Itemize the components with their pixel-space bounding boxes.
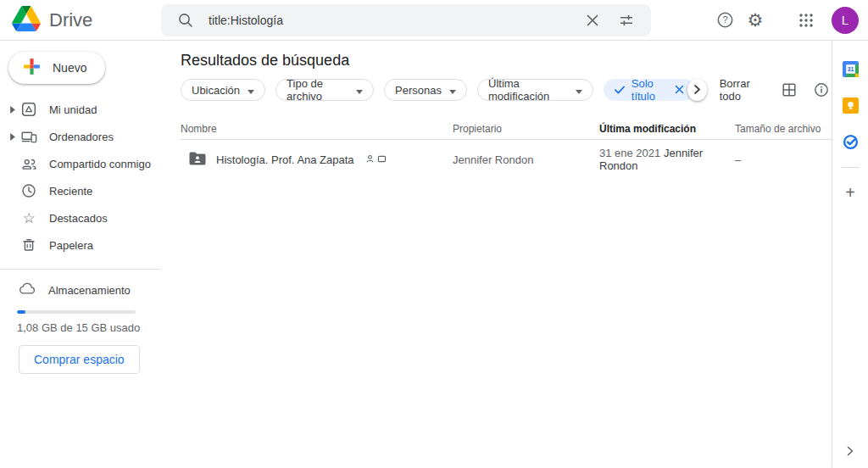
clear-search-icon[interactable] bbox=[580, 8, 605, 33]
column-header-name[interactable]: Nombre bbox=[181, 123, 453, 135]
storage-label: Almacenamiento bbox=[48, 284, 131, 297]
info-icon[interactable] bbox=[811, 78, 832, 102]
top-bar-actions: ? ⚙ L bbox=[709, 5, 868, 36]
file-name: Histología. Prof. Ana Zapata bbox=[216, 153, 354, 166]
shared-folder-icon bbox=[188, 150, 207, 170]
page-title: Resultados de búsqueda bbox=[181, 52, 832, 70]
search-options-icon[interactable] bbox=[614, 8, 639, 33]
help-icon[interactable]: ? bbox=[709, 5, 740, 36]
left-sidebar: Nuevo Mi unidad bbox=[0, 41, 161, 467]
google-drive-window: Drive ? bbox=[0, 0, 868, 468]
new-button[interactable]: Nuevo bbox=[8, 52, 105, 84]
add-addon-icon[interactable]: + bbox=[845, 184, 855, 201]
shared-indicator-icon bbox=[365, 153, 375, 166]
filter-chip-file-type[interactable]: Tipo de archivo bbox=[275, 79, 374, 101]
google-calendar-icon[interactable]: 31 bbox=[842, 60, 859, 77]
storage-usage-text: 1,08 GB de 15 GB usado bbox=[17, 321, 161, 334]
column-header-owner[interactable]: Propietario bbox=[453, 123, 599, 135]
storage-progress-fill bbox=[17, 310, 25, 314]
google-keep-icon[interactable] bbox=[842, 97, 859, 114]
sidebar-item-trash[interactable]: Papelera bbox=[0, 231, 161, 259]
search-icon[interactable] bbox=[173, 8, 198, 33]
starred-star-icon: ☆ bbox=[19, 211, 39, 226]
filter-chip-last-modified[interactable]: Última modificación bbox=[477, 79, 593, 101]
column-header-size[interactable]: Tamaño de archivo bbox=[735, 123, 826, 135]
sidebar-item-shared-with-me[interactable]: Compartido conmigo bbox=[0, 150, 161, 177]
account-avatar[interactable]: L bbox=[832, 7, 859, 34]
search-input[interactable] bbox=[209, 14, 576, 27]
buy-storage-button[interactable]: Comprar espacio bbox=[19, 345, 140, 374]
file-size: – bbox=[735, 153, 826, 166]
multicolor-plus-icon bbox=[21, 56, 42, 80]
google-apps-grid-icon[interactable] bbox=[791, 5, 821, 36]
dropdown-caret-icon bbox=[248, 84, 254, 97]
sidebar-item-label: Reciente bbox=[49, 185, 92, 198]
active-filter-chip-title-only[interactable]: Solo título bbox=[604, 79, 696, 101]
top-bar: Drive ? bbox=[0, 0, 868, 41]
my-drive-icon bbox=[19, 102, 39, 117]
expand-panel-chevron-icon[interactable] bbox=[832, 446, 868, 456]
shared-with-me-icon bbox=[19, 156, 39, 172]
file-owner: Jennifer Rondon bbox=[453, 153, 599, 166]
dropdown-caret-icon bbox=[356, 84, 363, 97]
check-icon bbox=[615, 84, 625, 97]
sidebar-item-label: Ordenadores bbox=[49, 131, 114, 143]
storage-link[interactable]: Almacenamiento bbox=[0, 275, 161, 305]
sidebar-item-label: Papelera bbox=[49, 239, 93, 252]
recent-clock-icon bbox=[19, 183, 39, 198]
filter-chip-people[interactable]: Personas bbox=[384, 79, 467, 101]
settings-gear-icon[interactable]: ⚙ bbox=[740, 5, 771, 36]
search-bar[interactable] bbox=[161, 4, 651, 36]
right-side-panel: 31 + bbox=[832, 41, 868, 467]
computers-icon bbox=[19, 129, 39, 145]
remove-filter-icon[interactable] bbox=[675, 84, 684, 97]
file-modified: 31 ene 2021 Jennifer Rondon bbox=[599, 147, 735, 172]
grid-view-icon[interactable] bbox=[779, 78, 799, 102]
filter-chip-location[interactable]: Ubicación bbox=[181, 79, 265, 101]
table-row[interactable]: Histología. Prof. Ana Zapata Jennifer Ro… bbox=[181, 140, 832, 179]
dropdown-caret-icon bbox=[449, 84, 456, 97]
google-drive-logo-icon bbox=[12, 6, 41, 35]
svg-text:31: 31 bbox=[847, 66, 854, 72]
sidebar-item-label: Compartido conmigo bbox=[49, 158, 151, 170]
sidebar-item-starred[interactable]: ☆ Destacados bbox=[0, 204, 161, 231]
google-tasks-icon[interactable] bbox=[842, 133, 859, 150]
sidebar-item-my-drive[interactable]: Mi unidad bbox=[0, 96, 161, 123]
expand-arrow-icon[interactable] bbox=[7, 106, 19, 114]
storage-section: Almacenamiento 1,08 GB de 15 GB usado Co… bbox=[0, 270, 161, 374]
item-badge-icon bbox=[377, 153, 387, 166]
storage-progress-bar bbox=[17, 310, 136, 314]
cloud-icon bbox=[19, 280, 36, 301]
column-header-modified[interactable]: Última modificación bbox=[599, 123, 735, 135]
sidebar-item-computers[interactable]: Ordenadores bbox=[0, 123, 161, 150]
trash-icon bbox=[19, 237, 39, 253]
dropdown-caret-icon bbox=[576, 84, 582, 97]
sidebar-item-recent[interactable]: Reciente bbox=[0, 177, 161, 204]
modified-date: 31 ene 2021 bbox=[599, 147, 660, 159]
app-name: Drive bbox=[49, 9, 92, 31]
sidebar-item-label: Destacados bbox=[49, 212, 108, 225]
main-content: Resultados de búsqueda Ubicación Tipo de… bbox=[161, 41, 832, 467]
drive-logo[interactable]: Drive bbox=[0, 6, 161, 35]
sidebar-nav: Mi unidad Ordenadores bbox=[0, 96, 161, 259]
clear-all-filters-button[interactable]: Borrar todo bbox=[720, 77, 767, 103]
sidebar-item-label: Mi unidad bbox=[49, 103, 97, 116]
new-button-label: Nuevo bbox=[53, 61, 86, 75]
rail-divider bbox=[842, 167, 860, 168]
expand-arrow-icon[interactable] bbox=[7, 133, 19, 141]
results-table-header: Nombre Propietario Última modificación T… bbox=[181, 118, 832, 140]
chevron-right-icon bbox=[694, 82, 700, 98]
filter-chips-row: Ubicación Tipo de archivo Personas Últim… bbox=[181, 77, 832, 103]
svg-text:?: ? bbox=[722, 14, 727, 25]
more-chips-button[interactable] bbox=[687, 79, 706, 101]
